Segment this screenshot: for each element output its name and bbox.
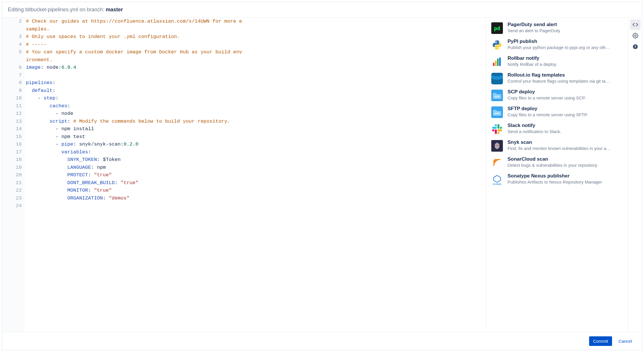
pipe-item-sonar[interactable]: SonarCloud scanDetect bugs & vulnerabili… — [486, 154, 628, 171]
cancel-button[interactable]: Cancel — [614, 336, 636, 346]
pipe-title: SFTP deploy — [508, 106, 623, 112]
pipe-title: SCP deploy — [508, 89, 623, 95]
pipe-item-pagerduty[interactable]: pdPagerDuty send alertSend an alert to P… — [486, 19, 628, 36]
pipe-item-sonatype[interactable]: sonatypeSonatype Nexus publisherPublishe… — [486, 171, 628, 188]
pipe-desc: Send an alert to PagerDuty — [508, 28, 623, 33]
branch-name: master — [106, 7, 123, 12]
svg-point-8 — [498, 145, 499, 146]
pipe-desc: Publish your python package to pypi.org … — [508, 45, 623, 50]
settings-button[interactable] — [630, 30, 641, 41]
pipe-item-scp[interactable]: SCPSCP deployCopy files to a remote serv… — [486, 87, 628, 104]
pagerduty-icon: pd — [491, 22, 503, 34]
pipe-title: PyPI publish — [508, 39, 623, 44]
svg-text:sonatype: sonatype — [493, 183, 502, 185]
svg-point-11 — [634, 35, 636, 37]
svg-point-7 — [495, 145, 497, 146]
footer: Commit Cancel — [2, 332, 642, 350]
scp-icon: SCP — [491, 90, 503, 101]
pipe-title: Rollbar notify — [508, 55, 623, 61]
pipe-desc: Control your feature flags using templat… — [508, 79, 623, 84]
pipe-desc: Publishes Artifacts to Nexus Repository … — [508, 179, 623, 184]
pipe-item-sftp[interactable]: SFTPSFTP deployCopy files to a remote se… — [486, 104, 628, 120]
sonatype-icon: sonatype — [491, 174, 503, 185]
code-lines[interactable]: # Check our guides at https://confluence… — [25, 18, 242, 332]
sonar-icon — [491, 157, 503, 168]
commit-button[interactable]: Commit — [589, 336, 612, 346]
rollout-icon — [491, 73, 503, 84]
pipe-item-rollbar[interactable]: Rollbar notifyNotify Rollbar of a deploy… — [486, 53, 628, 70]
code-editor[interactable]: 2 345 6789101112131415161718192021222324… — [2, 18, 486, 332]
pipe-title: PagerDuty send alert — [508, 22, 623, 28]
svg-text:SFTP: SFTP — [494, 113, 500, 115]
editor-window: Editing bitbucket-pipelines.yml on branc… — [2, 2, 642, 350]
sftp-icon: SFTP — [491, 106, 503, 118]
line-gutter: 2 345 6789101112131415161718192021222324 — [2, 18, 25, 332]
pipe-item-snyk[interactable]: Snyk scanFind, fix and monitor known vul… — [486, 137, 628, 154]
rollbar-icon — [491, 56, 503, 68]
pipe-desc: Copy files to a remote server using SCP. — [508, 95, 623, 100]
pipe-item-slack[interactable]: Slack notifySend a notification to Slack… — [486, 120, 628, 137]
pipe-title: SonarCloud scan — [508, 156, 623, 162]
pipe-title: Snyk scan — [508, 139, 623, 145]
pipe-title: Sonatype Nexus publisher — [508, 173, 623, 179]
pipe-title: Slack notify — [508, 123, 623, 128]
svg-marker-9 — [494, 175, 501, 182]
pipe-desc: Detect bugs & vulnerabilities in your re… — [508, 163, 623, 168]
svg-text:SCP: SCP — [495, 95, 500, 98]
slack-icon — [491, 123, 503, 135]
pipe-desc: Notify Rollbar of a deploy. — [508, 62, 623, 67]
svg-rect-3 — [499, 58, 501, 66]
pipe-title: Rollout.io flag templates — [508, 72, 623, 78]
pypi-icon — [491, 39, 503, 51]
pipe-desc: Send a notification to Slack. — [508, 129, 623, 134]
help-button[interactable] — [630, 41, 641, 52]
code-view-button[interactable] — [630, 19, 641, 30]
pipe-desc: Find, fix and monitor known vulnerabilit… — [508, 146, 623, 151]
right-toolbar — [628, 18, 642, 332]
pipes-sidebar[interactable]: pdPagerDuty send alertSend an alert to P… — [486, 18, 628, 332]
svg-rect-0 — [493, 63, 494, 66]
pipe-item-pypi[interactable]: PyPI publishPublish your python package … — [486, 36, 628, 53]
pipe-item-rollout[interactable]: Rollout.io flag templatesControl your fe… — [486, 70, 628, 87]
header: Editing bitbucket-pipelines.yml on branc… — [2, 2, 642, 18]
svg-rect-2 — [497, 59, 499, 66]
svg-rect-1 — [495, 61, 497, 66]
snyk-icon — [491, 140, 503, 152]
body: 2 345 6789101112131415161718192021222324… — [2, 18, 642, 332]
pipe-desc: Copy files to a remote server using SFTP… — [508, 112, 623, 117]
header-text: Editing bitbucket-pipelines.yml on branc… — [8, 7, 106, 12]
